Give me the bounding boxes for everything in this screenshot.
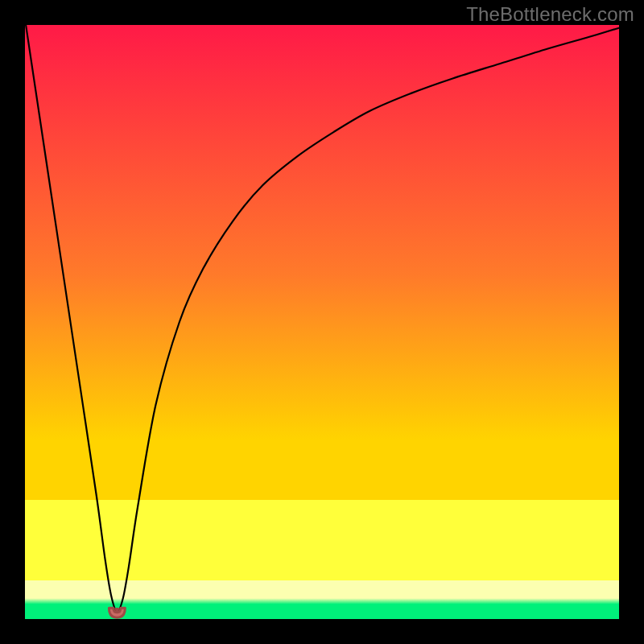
plot-area [25, 25, 619, 619]
outer-frame: TheBottleneck.com [0, 0, 644, 644]
bottleneck-curve [25, 25, 619, 612]
minimum-marker [109, 608, 125, 617]
chart-svg [25, 25, 619, 619]
watermark-text: TheBottleneck.com [466, 3, 634, 26]
